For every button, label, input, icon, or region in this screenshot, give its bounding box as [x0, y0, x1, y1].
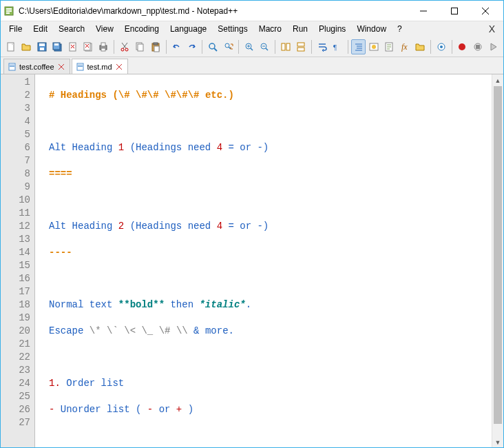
svg-rect-69: [10, 66, 14, 67]
zoom-out-icon[interactable]: [258, 39, 272, 54]
svg-rect-11: [40, 48, 44, 50]
wordwrap-icon[interactable]: [315, 39, 329, 54]
svg-point-64: [459, 43, 465, 50]
svg-rect-3: [6, 12, 10, 14]
svg-rect-30: [138, 44, 143, 51]
svg-rect-24: [101, 48, 105, 51]
monitor-icon[interactable]: [434, 39, 448, 54]
close-button[interactable]: [470, 1, 501, 21]
tab-test-md[interactable]: test.md: [72, 59, 128, 74]
svg-point-34: [209, 43, 215, 49]
maximize-button[interactable]: [439, 1, 470, 21]
svg-line-43: [266, 48, 268, 50]
save-icon[interactable]: [34, 39, 49, 54]
svg-rect-74: [78, 66, 83, 67]
svg-rect-1: [6, 8, 12, 10]
svg-rect-45: [282, 43, 285, 50]
menu-edit[interactable]: Edit: [28, 23, 53, 35]
scrollbar-thumb[interactable]: [494, 86, 502, 424]
svg-text:¶: ¶: [333, 43, 337, 51]
copy-icon[interactable]: [133, 39, 147, 54]
tab-label: test.md: [87, 63, 112, 71]
indent-guide-icon[interactable]: [351, 39, 366, 54]
file-icon: [76, 63, 85, 71]
tab-label: test.coffee: [19, 63, 54, 71]
sync-h-icon[interactable]: [294, 39, 308, 54]
svg-point-56: [372, 45, 376, 49]
close-file-icon[interactable]: [65, 39, 80, 54]
menu-macro[interactable]: Macro: [253, 23, 287, 35]
find-icon[interactable]: [205, 39, 220, 54]
redo-icon[interactable]: [185, 39, 199, 54]
menu-file[interactable]: File: [3, 23, 28, 35]
editor-area: 1234567891011121314151617181920212223242…: [1, 74, 503, 448]
menu-encoding[interactable]: Encoding: [119, 23, 165, 35]
svg-rect-5: [451, 8, 457, 14]
minimize-button[interactable]: [408, 1, 439, 21]
scroll-down-icon[interactable]: ▼: [492, 436, 503, 448]
toolbar: ¶ fx: [1, 37, 503, 57]
window-title: C:\Users\Edditoria\dev\markdown_npp\test…: [19, 6, 408, 16]
svg-point-25: [121, 48, 124, 51]
svg-rect-14: [54, 43, 59, 45]
open-file-icon[interactable]: [19, 39, 33, 54]
menu-bar: File Edit Search View Encoding Language …: [1, 21, 503, 37]
svg-rect-66: [476, 45, 480, 49]
svg-point-63: [440, 45, 443, 48]
play-icon[interactable]: [485, 39, 500, 54]
menu-help[interactable]: ?: [392, 23, 408, 35]
text-editor[interactable]: # Headings (\# \#\# \#\#\# etc.) Alt Hea…: [35, 74, 492, 448]
menu-run[interactable]: Run: [287, 23, 313, 35]
svg-rect-48: [297, 48, 304, 51]
close-all-icon[interactable]: [81, 39, 95, 54]
title-bar: C:\Users\Edditoria\dev\markdown_npp\test…: [1, 1, 503, 21]
scroll-up-icon[interactable]: ▲: [492, 74, 503, 86]
svg-rect-32: [154, 43, 158, 45]
cut-icon[interactable]: [117, 39, 132, 54]
replace-icon[interactable]: [221, 39, 235, 54]
secondary-close-icon[interactable]: X: [483, 23, 501, 34]
menu-window[interactable]: Window: [351, 23, 392, 35]
svg-rect-47: [297, 43, 304, 46]
new-file-icon[interactable]: [3, 39, 18, 54]
sync-v-icon[interactable]: [278, 39, 293, 54]
menu-plugins[interactable]: Plugins: [313, 23, 351, 35]
user-lang-icon[interactable]: [366, 39, 381, 54]
close-tab-icon[interactable]: [115, 63, 123, 71]
tab-test-coffee[interactable]: test.coffee: [3, 59, 70, 74]
print-icon[interactable]: [96, 39, 111, 54]
show-all-chars-icon[interactable]: ¶: [330, 39, 344, 54]
menu-settings[interactable]: Settings: [212, 23, 253, 35]
svg-rect-46: [286, 43, 290, 50]
record-stop-icon[interactable]: [470, 39, 485, 54]
menu-search[interactable]: Search: [53, 23, 90, 35]
menu-language[interactable]: Language: [165, 23, 212, 35]
svg-point-26: [125, 48, 128, 51]
svg-rect-10: [39, 43, 45, 46]
svg-rect-68: [10, 65, 14, 65]
folder-workspace-icon[interactable]: [413, 39, 428, 54]
svg-rect-73: [78, 65, 83, 65]
func-list-icon[interactable]: fx: [397, 39, 412, 54]
record-start-icon[interactable]: [455, 39, 470, 54]
file-icon: [8, 63, 17, 71]
svg-rect-23: [101, 43, 105, 46]
svg-line-35: [214, 48, 217, 51]
app-icon: [3, 6, 14, 17]
undo-icon[interactable]: [169, 39, 183, 54]
tab-bar: test.coffee test.md: [1, 57, 503, 74]
svg-line-39: [251, 48, 253, 50]
close-tab-icon[interactable]: [57, 63, 65, 71]
svg-rect-2: [6, 10, 12, 12]
svg-text:fx: fx: [401, 42, 408, 52]
vertical-scrollbar[interactable]: ▲ ▼: [492, 74, 503, 448]
paste-icon[interactable]: [148, 39, 162, 54]
doc-map-icon[interactable]: [382, 39, 397, 54]
save-all-icon[interactable]: [50, 39, 64, 54]
line-gutter: 1234567891011121314151617181920212223242…: [1, 74, 35, 448]
menu-view[interactable]: View: [90, 23, 119, 35]
zoom-in-icon[interactable]: [242, 39, 256, 54]
svg-rect-19: [84, 43, 90, 50]
svg-rect-33: [154, 46, 159, 52]
